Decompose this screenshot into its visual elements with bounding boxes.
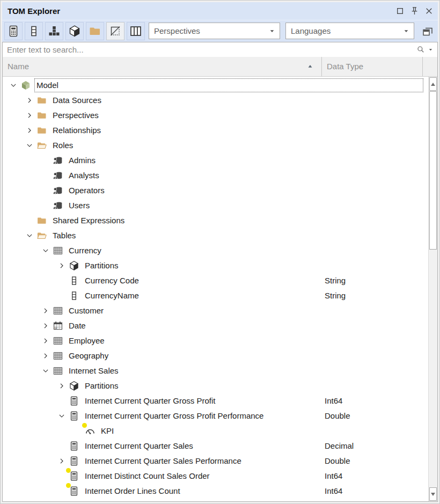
tree-row[interactable]: Partitions (3, 378, 428, 393)
chevron-right-icon[interactable] (55, 258, 68, 273)
toggle-columns-button[interactable] (25, 22, 43, 40)
tree-row[interactable]: Internet Current Quarter Sales Performan… (3, 454, 428, 469)
title-bar: TOM Explorer (2, 2, 438, 20)
kpi-icon (84, 425, 96, 437)
tree-row[interactable]: Internet Current Quarter Gross Profit In… (3, 393, 428, 408)
search-options-chevron-icon[interactable] (427, 46, 434, 53)
tree-row[interactable]: Operators (3, 183, 428, 198)
data-type-value: Double (325, 454, 350, 469)
toggle-hidden-objects-button[interactable] (106, 22, 124, 40)
tree-row[interactable]: Tables (3, 228, 428, 243)
table-icon (52, 245, 64, 257)
toggle-column-view-button[interactable] (127, 22, 145, 40)
measure-icon (68, 500, 80, 501)
tree-row[interactable]: Date (3, 318, 428, 333)
chevron-down-icon[interactable] (23, 228, 36, 243)
close-button[interactable] (423, 5, 435, 17)
tree-row[interactable]: Model (3, 78, 428, 93)
tree-row[interactable]: Customer (3, 303, 428, 318)
chevron-right-icon[interactable] (23, 93, 36, 108)
expander (23, 213, 36, 228)
search-icon[interactable] (416, 45, 426, 54)
name-column-label: Name (8, 62, 29, 71)
toggle-measures-button[interactable] (4, 22, 23, 40)
chevron-right-icon[interactable] (23, 123, 36, 138)
tree-row[interactable]: Currency Code String (3, 273, 428, 288)
toggle-display-folders-button[interactable] (86, 22, 104, 40)
folder-icon (36, 94, 48, 106)
tree-row[interactable]: Data Sources (3, 93, 428, 108)
tree-row[interactable]: Geography (3, 348, 428, 363)
toolbar: Perspectives Languages (2, 20, 438, 42)
tree-row[interactable]: Internet Current Quarter Gross Profit Pe… (3, 408, 428, 423)
scroll-up-button[interactable] (429, 77, 437, 91)
tree-row[interactable]: Relationships (3, 123, 428, 138)
tree-row[interactable]: Analysts (3, 168, 428, 183)
perspectives-dropdown[interactable]: Perspectives (149, 23, 280, 39)
data-type-value: Int64 (325, 484, 342, 499)
chevron-right-icon[interactable] (39, 333, 52, 348)
data-type-column-header[interactable]: Data Type (322, 57, 423, 76)
chevron-down-icon (268, 27, 276, 35)
role-icon (52, 155, 64, 166)
chevron-right-icon[interactable] (55, 454, 68, 469)
chevron-down-icon[interactable] (55, 408, 68, 423)
scrollbar-thumb[interactable] (429, 91, 437, 250)
tree-row[interactable]: Shared Expressions (3, 213, 428, 228)
chevron-right-icon[interactable] (39, 348, 52, 363)
tree-row[interactable]: Employee (3, 333, 428, 348)
arrow-up-icon (431, 83, 435, 86)
tree-row[interactable] (3, 499, 428, 501)
tree-item-label: Internet Distinct Count Sales Order (83, 470, 211, 483)
toggle-partitions-button[interactable] (65, 22, 84, 40)
languages-dropdown[interactable]: Languages (285, 23, 414, 39)
data-type-value: Int64 (325, 469, 342, 484)
folder-icon (36, 215, 48, 227)
tree-item-label: Perspectives (51, 109, 100, 122)
tree-item-label: Operators (67, 184, 106, 197)
tree-item-label: Employee (67, 334, 106, 347)
name-column-header[interactable]: Name (3, 57, 322, 76)
column-icon (68, 275, 80, 287)
tree-item-label: Data Sources (51, 94, 103, 107)
measure-icon (68, 395, 80, 407)
chevron-right-icon[interactable] (39, 318, 52, 333)
calendar-table-icon (52, 320, 64, 332)
pin-button[interactable] (409, 5, 420, 17)
tree-row[interactable]: Users (3, 198, 428, 213)
tree-item-label: Currency (67, 244, 103, 257)
chevron-down-icon[interactable] (39, 363, 52, 378)
tree-row[interactable]: Roles (3, 138, 428, 153)
maximize-button[interactable] (394, 5, 406, 17)
table-icon (52, 335, 64, 347)
pin-icon (409, 5, 420, 17)
tree-row[interactable]: Admins (3, 153, 428, 168)
tree-item-label: Date (67, 319, 87, 332)
scroll-down-button[interactable] (429, 487, 437, 501)
chevron-right-icon[interactable] (39, 303, 52, 318)
chevron-down-icon[interactable] (23, 138, 36, 153)
tree-row[interactable]: Perspectives (3, 108, 428, 123)
chevron-right-icon[interactable] (55, 378, 68, 393)
tree-row[interactable]: KPI (3, 423, 428, 439)
cascade-windows-button[interactable] (419, 23, 436, 39)
tree-row[interactable]: Internet Current Quarter Sales Decimal (3, 439, 428, 454)
toggle-hierarchies-button[interactable] (45, 22, 63, 40)
chevron-down-icon[interactable] (7, 78, 20, 93)
tree-row[interactable]: Internet Order Lines Count Int64 (3, 484, 428, 499)
expander (55, 273, 68, 288)
close-icon (423, 5, 435, 17)
vertical-scrollbar[interactable] (428, 77, 437, 501)
chevron-down-icon[interactable] (39, 243, 52, 258)
tree-row[interactable]: Partitions (3, 258, 428, 273)
tree-row[interactable]: Internet Distinct Count Sales Order Int6… (3, 469, 428, 484)
tree-row[interactable]: Internet Sales (3, 363, 428, 378)
expander (55, 439, 68, 454)
tree-row[interactable]: CurrencyName String (3, 288, 428, 303)
chevron-right-icon[interactable] (23, 108, 36, 123)
search-input[interactable] (3, 42, 399, 56)
measure-icon (68, 485, 80, 497)
measure-icon (68, 470, 80, 482)
tree-row[interactable]: Currency (3, 243, 428, 258)
data-type-value: String (325, 288, 346, 303)
